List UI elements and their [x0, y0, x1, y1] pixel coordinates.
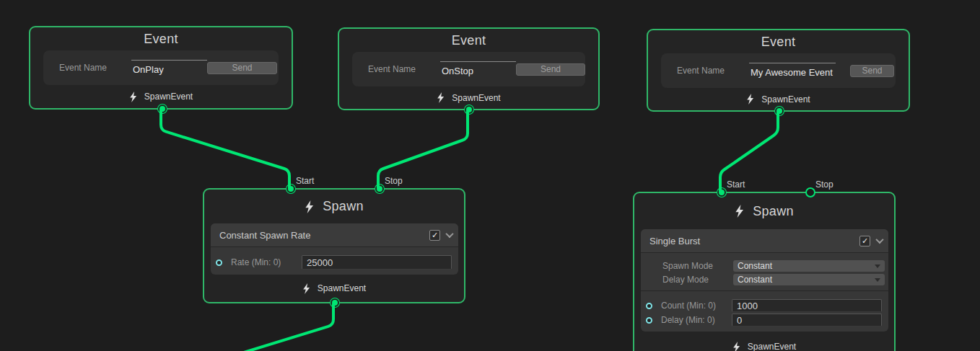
- flow-input-label-start: Start: [727, 179, 745, 190]
- edge-onplay-to-start[interactable]: [161, 110, 289, 188]
- send-button[interactable]: Send: [850, 65, 894, 77]
- event-settings-panel: Event Name Send: [352, 52, 585, 86]
- property-row-count: Count (Min: 0): [641, 299, 882, 312]
- flow-input-port-stop[interactable]: [805, 187, 815, 197]
- lightning-icon: [732, 342, 740, 351]
- flow-input-label-start: Start: [296, 176, 314, 186]
- property-label: Rate (Min: 0): [222, 257, 302, 267]
- delay-input[interactable]: [732, 314, 882, 326]
- spawn-node-constant[interactable]: Start Stop Spawn Constant Spawn Rate Rat…: [203, 188, 465, 303]
- rate-input[interactable]: [302, 255, 452, 270]
- send-button[interactable]: Send: [516, 63, 585, 76]
- block-enabled-checkbox[interactable]: [429, 230, 440, 241]
- lightning-icon: [746, 94, 754, 105]
- block-header: Constant Spawn Rate: [211, 223, 458, 247]
- flow-input-label-stop: Stop: [815, 179, 834, 190]
- setting-label: Spawn Mode: [641, 261, 733, 271]
- flow-input-label-stop: Stop: [385, 176, 403, 186]
- block-title: Constant Spawn Rate: [219, 230, 429, 241]
- event-name-label: Event Name: [59, 63, 131, 73]
- dropdown-value: Constant: [738, 275, 772, 285]
- dropdown-value: Constant: [738, 261, 772, 271]
- chevron-down-icon[interactable]: [445, 230, 453, 238]
- flow-output-row: SpawnEvent: [634, 332, 894, 351]
- lightning-icon: [305, 200, 314, 213]
- dropdown-arrow-icon: [875, 265, 880, 268]
- delay-mode-dropdown[interactable]: Constant: [733, 274, 885, 285]
- lightning-icon: [129, 92, 137, 102]
- data-port-rate[interactable]: [216, 259, 222, 266]
- event-name-label: Event Name: [368, 64, 440, 74]
- lightning-icon: [302, 283, 310, 294]
- spawn-mode-dropdown[interactable]: Constant: [733, 260, 885, 272]
- lightning-icon: [437, 92, 445, 103]
- flow-output-label: SpawnEvent: [452, 93, 500, 103]
- block-settings: Spawn Mode Constant Delay Mode Constant: [641, 253, 888, 291]
- dropdown-arrow-icon: [875, 278, 880, 282]
- event-settings-panel: Event Name Send: [43, 50, 279, 85]
- node-title: Event: [648, 30, 909, 53]
- edge-spawn-output-down[interactable]: [237, 303, 333, 351]
- node-title: Spawn: [634, 193, 894, 229]
- event-settings-panel: Event Name Send: [661, 53, 896, 88]
- count-input[interactable]: [732, 299, 882, 312]
- setting-row-delay-mode: Delay Mode Constant: [641, 274, 885, 285]
- setting-row-spawn-mode: Spawn Mode Constant: [641, 260, 885, 272]
- property-label: Count (Min: 0): [652, 301, 732, 311]
- send-button[interactable]: Send: [207, 62, 277, 74]
- event-node-onstop[interactable]: Event Event Name Send SpawnEvent: [338, 27, 600, 110]
- data-port-delay[interactable]: [646, 317, 652, 324]
- data-port-count[interactable]: [646, 303, 652, 309]
- property-row-rate: Rate (Min: 0): [211, 255, 452, 270]
- event-node-awesome[interactable]: Event Event Name Send SpawnEvent: [647, 29, 910, 112]
- event-name-input[interactable]: [440, 61, 516, 77]
- lightning-icon: [735, 205, 744, 218]
- event-node-onplay[interactable]: Event Event Name Send SpawnEvent: [29, 26, 293, 110]
- node-title: Event: [30, 27, 292, 50]
- vfx-graph-canvas[interactable]: Event Event Name Send SpawnEvent Event E…: [0, 0, 980, 351]
- property-row-delay: Delay (Min: 0): [641, 314, 882, 326]
- property-label: Delay (Min: 0): [652, 315, 732, 325]
- spawn-node-burst[interactable]: Start Stop Spawn Single Burst Spawn Mode…: [633, 192, 896, 351]
- node-title: Event: [339, 29, 598, 52]
- setting-label: Delay Mode: [641, 275, 733, 285]
- block-rows: Count (Min: 0) Delay (Min: 0): [641, 291, 888, 332]
- node-title: Spawn: [204, 190, 464, 223]
- chevron-down-icon[interactable]: [875, 236, 883, 244]
- event-name-label: Event Name: [677, 66, 749, 76]
- flow-output-label: SpawnEvent: [318, 283, 366, 293]
- block-title: Single Burst: [649, 236, 859, 246]
- block-enabled-checkbox[interactable]: [859, 236, 870, 246]
- flow-output-label: SpawnEvent: [748, 342, 796, 351]
- event-name-input[interactable]: [131, 60, 207, 76]
- event-name-input[interactable]: [749, 63, 836, 79]
- block-rows: Rate (Min: 0): [211, 247, 458, 275]
- block-constant-spawn-rate[interactable]: Constant Spawn Rate Rate (Min: 0): [211, 223, 458, 275]
- flow-output-label: SpawnEvent: [761, 94, 810, 105]
- block-single-burst[interactable]: Single Burst Spawn Mode Constant Delay M…: [641, 229, 888, 332]
- block-header: Single Burst: [641, 229, 888, 253]
- flow-output-label: SpawnEvent: [144, 92, 193, 102]
